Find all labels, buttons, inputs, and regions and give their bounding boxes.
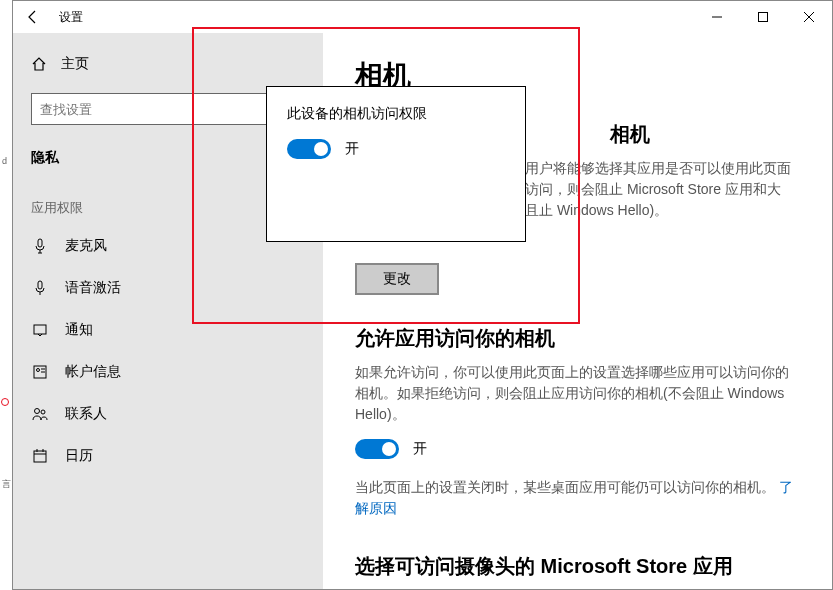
sidebar-item-calendar[interactable]: 日历 bbox=[13, 435, 323, 477]
modal-title: 此设备的相机访问权限 bbox=[287, 105, 505, 123]
sidebar-item-label: 帐户信息 bbox=[65, 363, 121, 381]
titlebar: 设置 bbox=[13, 1, 832, 33]
sidebar-home[interactable]: 主页 bbox=[13, 45, 323, 83]
device-camera-toggle[interactable] bbox=[287, 139, 331, 159]
section2-body: 如果允许访问，你可以使用此页面上的设置选择哪些应用可以访问你的相机。如果拒绝访问… bbox=[355, 362, 800, 425]
section2-heading: 允许应用访问你的相机 bbox=[355, 325, 800, 352]
minimize-button[interactable] bbox=[694, 1, 740, 33]
back-button[interactable] bbox=[13, 1, 53, 33]
sidebar-home-label: 主页 bbox=[61, 55, 89, 73]
minimize-icon bbox=[712, 12, 722, 22]
allow-apps-toggle[interactable] bbox=[355, 439, 399, 459]
sidebar-item-contacts[interactable]: 联系人 bbox=[13, 393, 323, 435]
voice-icon bbox=[32, 280, 48, 296]
sidebar-item-label: 语音激活 bbox=[65, 279, 121, 297]
svg-rect-7 bbox=[38, 281, 42, 289]
close-icon bbox=[804, 12, 814, 22]
svg-rect-1 bbox=[759, 13, 768, 22]
section2-footer: 当此页面上的设置关闭时，某些桌面应用可能仍可以访问你的相机。 了解原因 bbox=[355, 477, 800, 519]
allow-apps-toggle-label: 开 bbox=[413, 440, 427, 458]
sidebar-item-label: 日历 bbox=[65, 447, 93, 465]
svg-point-10 bbox=[37, 369, 40, 372]
svg-rect-15 bbox=[34, 451, 46, 462]
microphone-icon bbox=[32, 238, 48, 254]
notification-icon bbox=[32, 322, 48, 338]
sidebar-item-label: 通知 bbox=[65, 321, 93, 339]
close-button[interactable] bbox=[786, 1, 832, 33]
account-icon bbox=[32, 364, 48, 380]
calendar-icon bbox=[32, 448, 48, 464]
contacts-icon bbox=[32, 406, 48, 422]
maximize-icon bbox=[758, 12, 768, 22]
section3-heading: 选择可访问摄像头的 Microsoft Store 应用 bbox=[355, 553, 800, 580]
device-camera-toggle-label: 开 bbox=[345, 140, 359, 158]
sidebar-item-notifications[interactable]: 通知 bbox=[13, 309, 323, 351]
home-icon bbox=[31, 56, 47, 72]
maximize-button[interactable] bbox=[740, 1, 786, 33]
change-button[interactable]: 更改 bbox=[355, 263, 439, 295]
arrow-left-icon bbox=[25, 9, 41, 25]
svg-point-13 bbox=[35, 409, 40, 414]
camera-access-modal: 此设备的相机访问权限 开 bbox=[266, 86, 526, 242]
svg-rect-6 bbox=[38, 239, 42, 247]
window-title: 设置 bbox=[59, 9, 83, 26]
sidebar-item-voice-activation[interactable]: 语音激活 bbox=[13, 267, 323, 309]
sidebar-item-label: 麦克风 bbox=[65, 237, 107, 255]
sidebar-item-label: 联系人 bbox=[65, 405, 107, 423]
svg-point-14 bbox=[41, 410, 45, 414]
search-box[interactable] bbox=[31, 93, 305, 125]
search-input[interactable] bbox=[40, 102, 280, 117]
svg-rect-8 bbox=[34, 325, 46, 334]
sidebar-item-account-info[interactable]: 帐户信息 bbox=[13, 351, 323, 393]
